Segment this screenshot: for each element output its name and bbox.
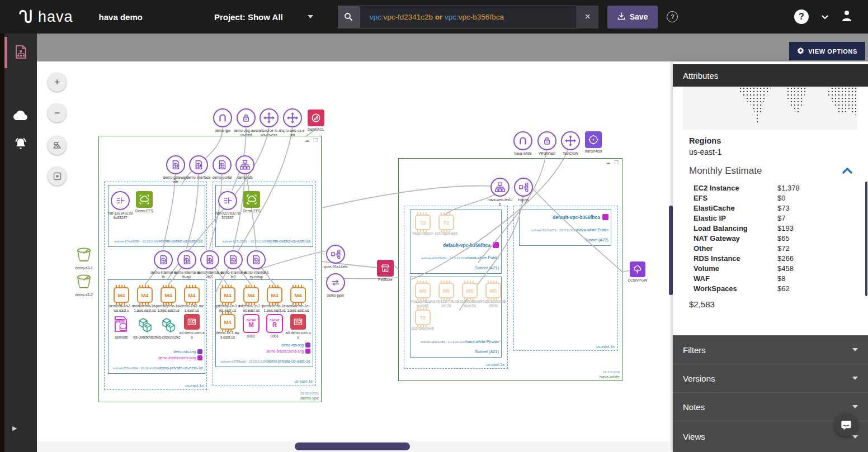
diagram-node-cache[interactable]: CACHEM0001	[238, 314, 265, 339]
map-dots-americas	[739, 87, 771, 123]
diagram-node-chip[interactable]: M4demodb-1d-1.aws.east.u	[108, 287, 135, 312]
diagram-node-peer[interactable]: demo-peer	[322, 273, 349, 298]
diagram-node-chip[interactable]: M5i-06d4608b9d960d150	[456, 283, 483, 308]
save-button[interactable]: Save	[607, 6, 658, 28]
diagram-node-lock[interactable]: VPGWtest	[534, 131, 560, 156]
diagram-node-box3d[interactable]: ws-cdsk2d2fkc	[155, 314, 182, 340]
chat-launcher-button[interactable]	[834, 413, 857, 436]
diagram-node-docglobe[interactable]: demo-internal-elb	[150, 250, 177, 279]
chevron-down-icon[interactable]	[821, 12, 829, 22]
help-outline-icon[interactable]: ?	[667, 11, 678, 22]
diagram-node-chip[interactable]: T2ecs-hava-web	[409, 310, 436, 331]
horizontal-scrollbar-thumb[interactable]	[295, 443, 410, 450]
sidebar-expand-button[interactable]: ▶	[12, 425, 17, 432]
hava-logo[interactable]: hava	[16, 6, 73, 27]
vertical-scrollbar-thumb[interactable]	[669, 206, 673, 295]
vertical-scrollbar[interactable]	[669, 61, 673, 441]
vpc-link-label[interactable]: default-vpc-b356fbca	[411, 242, 499, 248]
chevron-down-icon	[308, 15, 313, 18]
sidebar-item-diagrams[interactable]	[4, 37, 37, 68]
diagram-node-cache[interactable]: CACHER0001	[261, 314, 288, 339]
cloud-icon	[12, 109, 29, 121]
diagram-node-nat[interactable]: nat-032783278372837	[214, 191, 241, 220]
diagram-node-endpoint[interactable]: higuys	[510, 178, 537, 202]
diagram-node-chip[interactable]: M5i-06433f70fbd36f120	[433, 283, 460, 308]
diagram-node-chip[interactable]: M4workdemo-1e-1.aws.east.us	[285, 287, 312, 312]
chevron-down-icon	[852, 348, 858, 351]
sidebar-item-environments[interactable]	[4, 99, 37, 131]
search-input[interactable]: vpc:vpc-fd2341c2b or vpc:vpc-b356fbca	[359, 6, 577, 28]
diagram-node-mariadb[interactable]: MariaDBdemodb	[108, 314, 135, 340]
vpc-name: hava-white	[600, 374, 620, 379]
diagram-node-transit[interactable]: transit-test	[580, 131, 607, 154]
tag-icon	[493, 242, 499, 248]
diagram-node-arrows[interactable]: netsource-to-aws-us-eas	[256, 108, 282, 137]
vpc-link-label[interactable]: default-vpc-b356fbca	[520, 214, 608, 220]
diagram-node-igw[interactable]: demo-igw	[209, 108, 236, 133]
export-image-button[interactable]	[48, 136, 67, 155]
diagram-node-chip[interactable]: M4portaldemo-1e-1.aws.east.us	[261, 287, 288, 312]
user-icon[interactable]	[841, 9, 852, 24]
diagram-node-docglobe[interactable]: demo-interface	[185, 155, 212, 180]
diagram-node-chip[interactable]: M5i-0a3cb4b2d4dac4086	[409, 283, 436, 308]
attributes-header: Attributes	[673, 64, 868, 87]
diagram-node-docglobe[interactable]: demo-internal-elb2	[196, 250, 223, 279]
diagram-node-chip[interactable]: M4gateway-1e-1.aws.east.us	[214, 287, 241, 312]
zoom-in-button[interactable]: +	[48, 73, 67, 92]
diagram-node-arrows[interactable]: hq-to-aws-us-east	[279, 108, 306, 137]
diagram-node-alb[interactable]: hava-web-test-lb	[487, 178, 513, 206]
diagram-node-bucket[interactable]: demo-s3-2	[70, 272, 97, 297]
diagram-node-igw[interactable]: hava-white	[510, 131, 536, 156]
view-options-label: VIEW OPTIONS	[808, 48, 857, 55]
diagram-node-adcard[interactable]: ad.demo.com.au	[285, 314, 312, 339]
diagram-node-chip[interactable]: M4demo-1e-1.aws.east.us	[214, 314, 241, 339]
left-sidebar: ▶	[0, 34, 37, 452]
diagram-node-adcard[interactable]: ad.demo.com.au	[178, 314, 205, 339]
diagram-node-petstore[interactable]: PetStore	[372, 260, 399, 282]
diagram-canvas[interactable]: + − ☁ ❐10.20.0.0/21demo-vpcus-east-1dus-…	[37, 61, 669, 441]
estimate-row: Other$72	[694, 244, 868, 254]
az-label: us-east-1e	[294, 379, 313, 383]
diagram-node-chip[interactable]: T2hava-bastion	[409, 215, 436, 236]
diagram-node-chip[interactable]: M4workdemo-1d-1.aws.east.us	[131, 287, 158, 312]
horizontal-scrollbar[interactable]	[37, 441, 669, 452]
diagram-node-chip[interactable]: M4portaldemo-1d-1.aws.east.us	[155, 287, 182, 312]
view-options-button[interactable]: VIEW OPTIONS	[789, 42, 865, 60]
help-icon[interactable]: ?	[794, 9, 809, 24]
search-icon[interactable]	[338, 6, 359, 28]
attributes-panel: Attributes Regions us-east-1 Monthly Est…	[673, 61, 868, 452]
diagram-node-endpoint[interactable]: vpce-93a14efa	[322, 245, 349, 269]
diagram-node-box3d[interactable]: ws-39fefkfdsdf	[131, 314, 158, 340]
diagram-node-chip[interactable]: M5i-0db1b56bf8d8850f9	[480, 283, 507, 308]
panel-scrollbar-thumb[interactable]	[865, 182, 867, 296]
project-selector[interactable]: Project: Show All	[214, 12, 313, 22]
diagram-node-chip[interactable]: M4demo-1d-1.aws.east.us	[178, 287, 205, 312]
diagram-node-chip[interactable]: M4intdemo-1e-1.aws.east.us	[238, 287, 265, 312]
subnet-container[interactable]: default-vpc-b356fbcasubnet-33c6a27b - 10…	[519, 210, 611, 246]
section-filters[interactable]: Filters	[673, 335, 868, 364]
panel-sections: Filters Versions Notes Views	[673, 335, 868, 452]
center-view-button[interactable]	[48, 166, 67, 185]
diagram-node-efs[interactable]: Demo EFS	[131, 191, 158, 213]
monthly-estimate-header[interactable]: Monthly Estimate	[689, 165, 852, 177]
diagram-node-efs[interactable]: Demo EFS	[238, 191, 265, 213]
diagram-node-dcvpgw[interactable]: DCtoVPGW	[624, 261, 651, 283]
subnet-name-label: demo-public-us-east-1d	[160, 239, 202, 244]
diagram-node-chip[interactable]: T2ecs-hava-web	[433, 215, 460, 236]
vpc-cidr: 10.20.0.0/21	[300, 392, 319, 395]
diagram-node-nat[interactable]: nat-3283492384u38287	[107, 191, 134, 220]
diagram-node-alb[interactable]: demo-alb	[232, 155, 258, 180]
sidebar-item-alerts[interactable]	[4, 129, 37, 160]
diagram-node-acl[interactable]: DemoACL	[303, 110, 329, 132]
monthly-estimate-total: $2,583	[689, 299, 868, 309]
security-group-icon	[197, 355, 202, 360]
diagram-node-bucket[interactable]: demo-s3-1	[70, 245, 97, 270]
clear-search-button[interactable]: ×	[577, 6, 598, 28]
diagram-node-docglobe[interactable]: demo-internal-stg-nosql	[243, 250, 270, 279]
save-label: Save	[630, 12, 648, 21]
search-term-prefix: vpc:	[445, 13, 459, 21]
hava-logo-icon	[16, 6, 35, 27]
section-versions[interactable]: Versions	[673, 364, 868, 392]
zoom-out-button[interactable]: −	[48, 103, 67, 122]
search-term-value: vpc-b356fbca	[459, 13, 504, 21]
